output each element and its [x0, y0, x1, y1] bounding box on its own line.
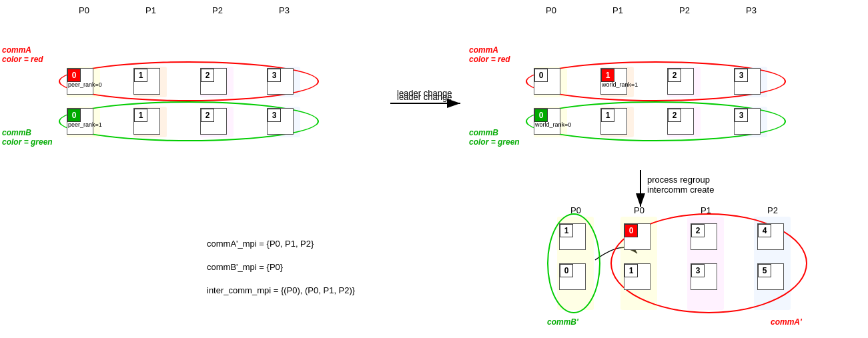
- tr-commA-p2-box: 2: [667, 68, 694, 95]
- tl-commA-p1-box: 1: [133, 68, 160, 95]
- formula-commA: commA'_mpi = {P0, P1, P2}: [207, 239, 314, 249]
- br-commB-box1: 0: [559, 263, 586, 290]
- tr-commB-p3-box: 3: [734, 108, 761, 135]
- tl-col-p1: P1: [145, 5, 156, 15]
- br-commA-p1-badge1: 3: [691, 264, 705, 277]
- br-commB-box0: 1: [559, 223, 586, 250]
- br-commB-badge0: 1: [560, 224, 573, 237]
- br-col-p0b: P0: [634, 205, 644, 215]
- tr-commB-p0-badge: 0: [534, 109, 548, 122]
- tl-commB-p0-rankLabel: peer_rank=1: [68, 121, 102, 128]
- tl-commB-p3-box: 3: [267, 108, 294, 135]
- tr-commB-p2-box: 2: [667, 108, 694, 135]
- tr-commA-p1-badge: 1: [601, 69, 614, 82]
- tl-commB-p0-badge: 0: [67, 109, 81, 122]
- tr-commB-p1-badge: 1: [601, 109, 614, 122]
- br-commA-p2-badge0: 4: [758, 224, 771, 237]
- tr-commA-p1-rankLabel: world_rank=1: [602, 81, 638, 88]
- br-commA-p0-badge0: 0: [624, 224, 638, 237]
- tl-commB-p2-badge: 2: [201, 109, 214, 122]
- br-commA-p0-badge1: 1: [624, 264, 638, 277]
- tl-commB-p3-badge: 3: [268, 109, 281, 122]
- tr-commA-p0-box: 0: [534, 68, 560, 95]
- tl-commA-label: commAcolor = red: [2, 45, 43, 64]
- br-commB-label: commB': [547, 317, 578, 327]
- br-commB-badge1: 0: [560, 264, 573, 277]
- tr-commB-p1-box: 1: [600, 108, 627, 135]
- tl-commB-label: commBcolor = green: [2, 128, 53, 147]
- tl-col-p0: P0: [79, 5, 89, 15]
- tr-commB-p0-rankLabel: world_rank=0: [535, 121, 571, 128]
- br-commA-label: commA': [771, 317, 802, 327]
- formula-inter: inter_comm_mpi = {(P0), (P0, P1, P2)}: [207, 285, 355, 295]
- tl-commA-p0-badge: 0: [67, 69, 81, 82]
- tr-commA-p3-box: 3: [734, 68, 761, 95]
- tl-commA-p2-box: 2: [200, 68, 227, 95]
- tl-commA-p2-badge: 2: [201, 69, 214, 82]
- br-commA-p1-badge0: 2: [691, 224, 705, 237]
- tr-col-p2: P2: [679, 5, 690, 15]
- br-commA-p2-box0: 4: [757, 223, 784, 250]
- tr-commB-p3-badge: 3: [735, 109, 748, 122]
- tr-col-p3: P3: [746, 5, 757, 15]
- tr-commB-p2-badge: 2: [668, 109, 681, 122]
- tr-commA-label: commAcolor = red: [469, 45, 510, 64]
- tr-commA-p3-badge: 3: [735, 69, 748, 82]
- br-commA-p1-box0: 2: [691, 223, 717, 250]
- process-regroup-text: process regroupintercomm create: [647, 175, 714, 195]
- tr-commB-label: commBcolor = green: [469, 128, 520, 147]
- br-commA-p1-box1: 3: [691, 263, 717, 290]
- br-commA-p2-badge1: 5: [758, 264, 771, 277]
- tl-commB-p2-box: 2: [200, 108, 227, 135]
- tr-commA-p2-badge: 2: [668, 69, 681, 82]
- tl-commA-p0-rankLabel: peer_rank=0: [68, 81, 102, 88]
- leader-change-text: leader change: [397, 88, 452, 98]
- br-commA-p0-box1: 1: [624, 263, 650, 290]
- br-commA-p0-box0: 0: [624, 223, 650, 250]
- tl-commB-p1-badge: 1: [134, 109, 147, 122]
- tl-col-p3: P3: [279, 5, 290, 15]
- formula-commB: commB'_mpi = {P0}: [207, 262, 283, 272]
- diagram: P0 P1 P2 P3 commAcolor = red commBcolor …: [0, 0, 868, 338]
- tl-commB-p1-box: 1: [133, 108, 160, 135]
- tl-commA-p3-box: 3: [267, 68, 294, 95]
- tr-col-p0: P0: [546, 5, 556, 15]
- tl-col-p2: P2: [212, 5, 223, 15]
- tr-col-p1: P1: [612, 5, 623, 15]
- tl-commA-p1-badge: 1: [134, 69, 147, 82]
- br-commA-p2-box1: 5: [757, 263, 784, 290]
- tr-commA-p0-badge: 0: [534, 69, 548, 82]
- tl-commA-p3-badge: 3: [268, 69, 281, 82]
- br-col-p2: P2: [767, 205, 778, 215]
